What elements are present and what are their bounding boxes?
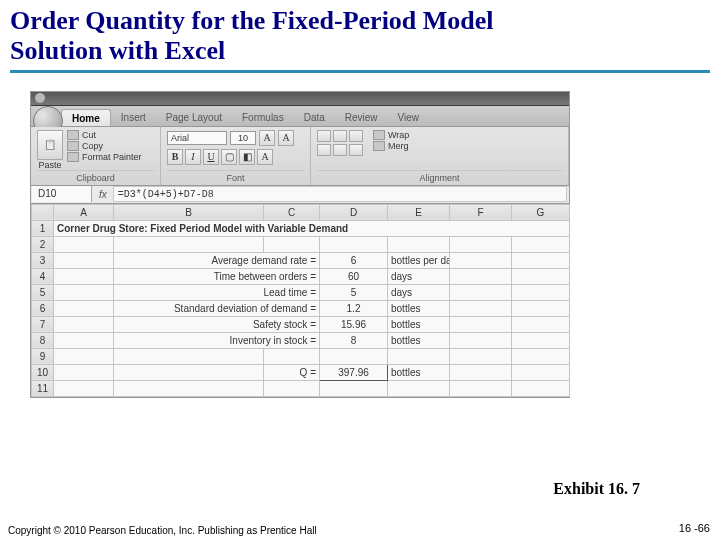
cell[interactable] (512, 316, 570, 332)
row-header-1[interactable]: 1 (32, 220, 54, 236)
cell[interactable] (450, 332, 512, 348)
row-header-3[interactable]: 3 (32, 252, 54, 268)
tab-view[interactable]: View (388, 109, 430, 126)
cell[interactable] (512, 268, 570, 284)
cell[interactable] (54, 348, 114, 364)
cell[interactable] (512, 300, 570, 316)
param-unit[interactable]: days (388, 268, 450, 284)
cell[interactable] (512, 348, 570, 364)
result-value[interactable]: 397.96 (320, 364, 388, 380)
cut-button[interactable]: Cut (67, 130, 142, 140)
column-header-A[interactable]: A (54, 204, 114, 220)
shrink-font-button[interactable]: A (278, 130, 294, 146)
cell[interactable] (54, 380, 114, 396)
row-header-6[interactable]: 6 (32, 300, 54, 316)
cell[interactable] (264, 380, 320, 396)
cell[interactable] (450, 364, 512, 380)
tab-formulas[interactable]: Formulas (232, 109, 294, 126)
row-header-2[interactable]: 2 (32, 236, 54, 252)
wrap-text-button[interactable]: Wrap (373, 130, 409, 140)
font-color-button[interactable]: A (257, 149, 273, 165)
row-header-10[interactable]: 10 (32, 364, 54, 380)
cell[interactable] (54, 316, 114, 332)
row-header-9[interactable]: 9 (32, 348, 54, 364)
result-unit[interactable]: bottles (388, 364, 450, 380)
cell[interactable] (54, 332, 114, 348)
cell[interactable] (450, 316, 512, 332)
cell[interactable] (54, 284, 114, 300)
param-unit[interactable]: bottles (388, 332, 450, 348)
cell[interactable] (512, 252, 570, 268)
tab-data[interactable]: Data (294, 109, 335, 126)
italic-button[interactable]: I (185, 149, 201, 165)
result-label[interactable]: Q = (264, 364, 320, 380)
tab-insert[interactable]: Insert (111, 109, 156, 126)
cell[interactable] (388, 348, 450, 364)
cell[interactable] (54, 364, 114, 380)
param-label[interactable]: Time between orders = (114, 268, 320, 284)
row-header-5[interactable]: 5 (32, 284, 54, 300)
grow-font-button[interactable]: A (259, 130, 275, 146)
cell[interactable] (388, 380, 450, 396)
param-label[interactable]: Average demand rate = (114, 252, 320, 268)
sheet-title-cell[interactable]: Corner Drug Store: Fixed Period Model wi… (54, 220, 570, 236)
tab-page-layout[interactable]: Page Layout (156, 109, 232, 126)
fill-color-button[interactable]: ◧ (239, 149, 255, 165)
param-value[interactable]: 8 (320, 332, 388, 348)
worksheet[interactable]: ABCDEFG 1Corner Drug Store: Fixed Period… (31, 204, 570, 397)
param-label[interactable]: Standard deviation of demand = (114, 300, 320, 316)
format-painter-button[interactable]: Format Painter (67, 152, 142, 162)
underline-button[interactable]: U (203, 149, 219, 165)
row-header-4[interactable]: 4 (32, 268, 54, 284)
cell[interactable] (450, 348, 512, 364)
cell[interactable] (512, 380, 570, 396)
cell[interactable] (512, 284, 570, 300)
select-all-cell[interactable] (32, 204, 54, 220)
cell[interactable] (54, 236, 114, 252)
cell[interactable] (114, 348, 264, 364)
cell[interactable] (450, 284, 512, 300)
param-value[interactable]: 5 (320, 284, 388, 300)
cell[interactable] (114, 364, 264, 380)
align-right-button[interactable] (349, 144, 363, 156)
cell[interactable] (450, 268, 512, 284)
param-value[interactable]: 6 (320, 252, 388, 268)
cell[interactable] (54, 300, 114, 316)
cell[interactable] (450, 380, 512, 396)
bold-button[interactable]: B (167, 149, 183, 165)
fx-icon[interactable]: fx (93, 189, 113, 200)
font-name-select[interactable]: Arial (167, 131, 227, 145)
cell[interactable] (450, 300, 512, 316)
cell[interactable] (54, 252, 114, 268)
param-label[interactable]: Safety stock = (114, 316, 320, 332)
column-header-B[interactable]: B (114, 204, 264, 220)
cell[interactable] (512, 332, 570, 348)
align-middle-button[interactable] (333, 130, 347, 142)
cell[interactable] (450, 252, 512, 268)
param-value[interactable]: 15.96 (320, 316, 388, 332)
paste-button[interactable]: 📋 Paste (37, 130, 63, 170)
column-header-C[interactable]: C (264, 204, 320, 220)
name-box[interactable]: D10 (32, 186, 92, 202)
column-header-D[interactable]: D (320, 204, 388, 220)
column-header-F[interactable]: F (450, 204, 512, 220)
cell[interactable] (512, 364, 570, 380)
column-header-G[interactable]: G (512, 204, 570, 220)
font-size-select[interactable]: 10 (230, 131, 256, 145)
cell[interactable] (320, 236, 388, 252)
param-label[interactable]: Lead time = (114, 284, 320, 300)
param-unit[interactable]: bottles per day (388, 252, 450, 268)
cell[interactable] (450, 236, 512, 252)
row-header-7[interactable]: 7 (32, 316, 54, 332)
cell[interactable] (114, 236, 264, 252)
cell[interactable] (320, 380, 388, 396)
row-header-11[interactable]: 11 (32, 380, 54, 396)
row-header-8[interactable]: 8 (32, 332, 54, 348)
cell[interactable] (388, 236, 450, 252)
cell[interactable] (114, 380, 264, 396)
param-unit[interactable]: bottles (388, 316, 450, 332)
param-unit[interactable]: days (388, 284, 450, 300)
cell[interactable] (512, 236, 570, 252)
tab-home[interactable]: Home (61, 109, 111, 126)
param-unit[interactable]: bottles (388, 300, 450, 316)
